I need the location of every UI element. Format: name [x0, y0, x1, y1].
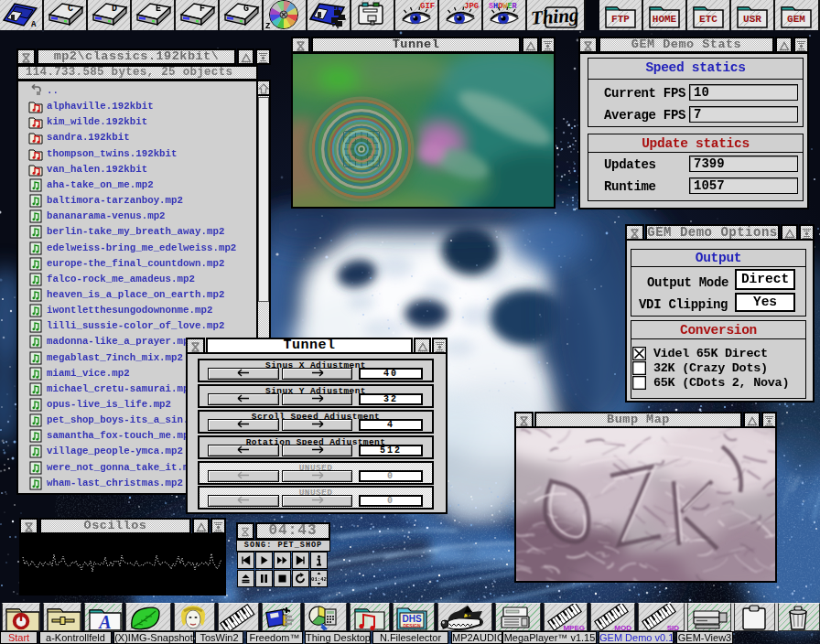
svg-text:DESIGN: DESIGN [403, 623, 421, 628]
svg-text:ETC: ETC [699, 14, 718, 25]
svg-text:01:42: 01:42 [311, 576, 327, 583]
svg-text:D: D [112, 4, 117, 14]
svg-text:SID: SID [667, 624, 680, 631]
svg-text:A: A [31, 20, 37, 29]
svg-text:USR: USR [743, 14, 761, 25]
svg-text:MPEG: MPEG [563, 624, 585, 631]
svg-text:Thing: Thing [530, 4, 579, 29]
svg-text:Z: Z [265, 22, 270, 30]
svg-text:HOME: HOME [653, 14, 677, 25]
svg-text:FTP: FTP [611, 14, 630, 25]
svg-text:A: A [97, 612, 111, 631]
svg-text:G: G [243, 4, 249, 14]
svg-text:C: C [68, 4, 73, 14]
svg-text:E: E [156, 4, 161, 14]
svg-text:F: F [200, 4, 205, 14]
svg-text:SHOWER: SHOWER [489, 2, 518, 11]
svg-text:MOD: MOD [614, 624, 631, 631]
svg-text:GEM: GEM [787, 14, 805, 25]
